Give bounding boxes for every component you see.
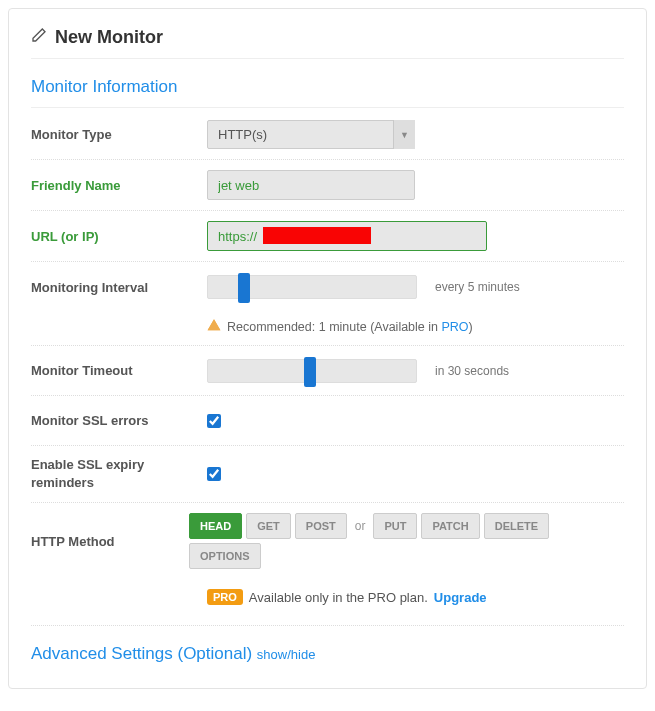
warning-icon bbox=[207, 318, 221, 335]
row-interval: Monitoring Interval every 5 minutes bbox=[31, 262, 624, 312]
row-ssl-expiry: Enable SSL expiry reminders bbox=[31, 446, 624, 503]
ssl-expiry-checkbox[interactable] bbox=[207, 467, 221, 481]
slider-handle[interactable] bbox=[304, 357, 316, 387]
http-method-post[interactable]: POST bbox=[295, 513, 347, 539]
panel-title-text: New Monitor bbox=[55, 27, 163, 48]
ssl-errors-checkbox[interactable] bbox=[207, 414, 221, 428]
section-monitor-info: Monitor Information bbox=[31, 77, 624, 108]
label-http-method: HTTP Method bbox=[31, 534, 189, 549]
row-monitor-type: Monitor Type HTTP(s) ▼ bbox=[31, 110, 624, 160]
interval-display: every 5 minutes bbox=[435, 280, 520, 294]
row-friendly-name: Friendly Name bbox=[31, 160, 624, 211]
http-method-put[interactable]: PUT bbox=[373, 513, 417, 539]
label-friendly-name: Friendly Name bbox=[31, 178, 207, 193]
timeout-display: in 30 seconds bbox=[435, 364, 509, 378]
label-ssl-errors: Monitor SSL errors bbox=[31, 413, 207, 428]
redacted-block bbox=[263, 227, 371, 244]
pro-link[interactable]: PRO bbox=[441, 320, 468, 334]
http-method-head[interactable]: HEAD bbox=[189, 513, 242, 539]
row-url: URL (or IP) bbox=[31, 211, 624, 262]
pro-text: Available only in the PRO plan. bbox=[249, 590, 428, 605]
advanced-title-text: Advanced Settings (Optional) bbox=[31, 644, 252, 663]
recommend-after: ) bbox=[469, 320, 473, 334]
row-timeout: Monitor Timeout in 30 seconds bbox=[31, 346, 624, 396]
upgrade-link[interactable]: Upgrade bbox=[434, 590, 487, 605]
label-url: URL (or IP) bbox=[31, 229, 207, 244]
http-method-delete[interactable]: DELETE bbox=[484, 513, 549, 539]
slider-handle[interactable] bbox=[238, 273, 250, 303]
interval-slider[interactable] bbox=[207, 275, 417, 299]
interval-recommend: Recommended: 1 minute (Available in PRO) bbox=[31, 312, 624, 346]
recommend-text: Recommended: 1 minute (Available in bbox=[227, 320, 441, 334]
panel-title: New Monitor bbox=[31, 27, 624, 59]
http-method-group: HEADGETPOSTorPUTPATCHDELETEOPTIONS bbox=[189, 513, 624, 569]
row-http-method: HTTP Method HEADGETPOSTorPUTPATCHDELETEO… bbox=[31, 503, 624, 579]
pro-notice: PRO Available only in the PRO plan. Upgr… bbox=[31, 579, 624, 626]
timeout-slider[interactable] bbox=[207, 359, 417, 383]
http-method-get[interactable]: GET bbox=[246, 513, 291, 539]
http-method-options[interactable]: OPTIONS bbox=[189, 543, 261, 569]
method-or-sep: or bbox=[351, 519, 370, 533]
label-monitor-type: Monitor Type bbox=[31, 127, 207, 142]
monitor-type-select[interactable]: HTTP(s) ▼ bbox=[207, 120, 415, 149]
monitor-type-value: HTTP(s) bbox=[218, 127, 267, 142]
http-method-patch[interactable]: PATCH bbox=[421, 513, 479, 539]
label-interval: Monitoring Interval bbox=[31, 280, 207, 295]
chevron-down-icon: ▼ bbox=[393, 120, 415, 149]
advanced-settings-title: Advanced Settings (Optional) show/hide bbox=[31, 644, 624, 664]
row-ssl-errors: Monitor SSL errors bbox=[31, 396, 624, 446]
pro-badge: PRO bbox=[207, 589, 243, 605]
new-monitor-panel: New Monitor Monitor Information Monitor … bbox=[8, 8, 647, 689]
friendly-name-input[interactable] bbox=[207, 170, 415, 200]
advanced-toggle[interactable]: show/hide bbox=[257, 647, 316, 662]
label-ssl-expiry: Enable SSL expiry reminders bbox=[31, 456, 207, 492]
edit-icon bbox=[31, 27, 47, 48]
label-timeout: Monitor Timeout bbox=[31, 363, 207, 378]
